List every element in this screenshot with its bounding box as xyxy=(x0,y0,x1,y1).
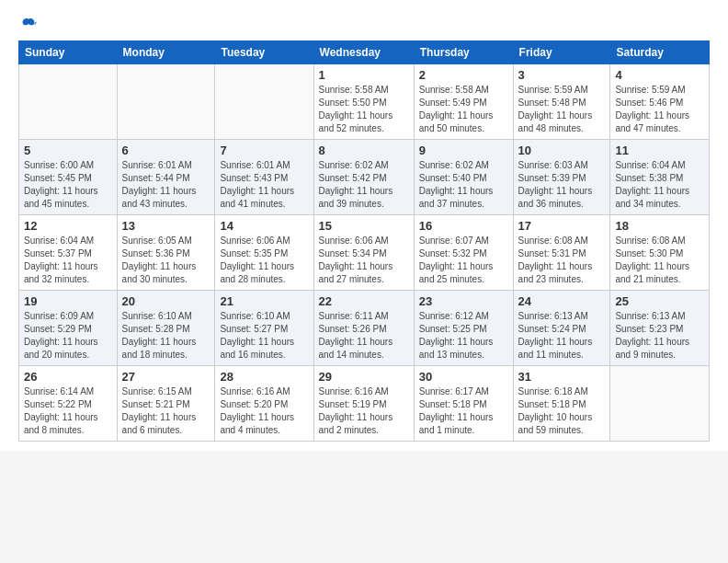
calendar-cell: 13Sunrise: 6:05 AM Sunset: 5:36 PM Dayli… xyxy=(117,215,215,291)
calendar-cell: 17Sunrise: 6:08 AM Sunset: 5:31 PM Dayli… xyxy=(513,215,610,291)
day-info: Sunrise: 6:15 AM Sunset: 5:21 PM Dayligh… xyxy=(122,385,210,437)
day-info: Sunrise: 6:14 AM Sunset: 5:22 PM Dayligh… xyxy=(24,385,112,437)
day-info: Sunrise: 6:13 AM Sunset: 5:24 PM Dayligh… xyxy=(518,310,606,362)
day-number: 26 xyxy=(24,370,112,384)
logo xyxy=(18,17,37,31)
day-number: 20 xyxy=(122,294,210,308)
calendar-cell: 1Sunrise: 5:58 AM Sunset: 5:50 PM Daylig… xyxy=(313,64,414,140)
day-info: Sunrise: 6:05 AM Sunset: 5:36 PM Dayligh… xyxy=(122,235,210,286)
day-info: Sunrise: 6:04 AM Sunset: 5:38 PM Dayligh… xyxy=(615,159,704,211)
calendar-cell xyxy=(19,64,118,140)
calendar-table: SundayMondayTuesdayWednesdayThursdayFrid… xyxy=(18,40,710,442)
calendar-cell: 31Sunrise: 6:18 AM Sunset: 5:18 PM Dayli… xyxy=(513,366,610,442)
calendar-cell: 22Sunrise: 6:11 AM Sunset: 5:26 PM Dayli… xyxy=(313,291,414,366)
day-info: Sunrise: 6:16 AM Sunset: 5:20 PM Dayligh… xyxy=(220,385,308,437)
calendar-cell: 7Sunrise: 6:01 AM Sunset: 5:43 PM Daylig… xyxy=(215,140,313,215)
day-number: 15 xyxy=(319,219,409,233)
calendar-cell: 4Sunrise: 5:59 AM Sunset: 5:46 PM Daylig… xyxy=(610,64,710,140)
day-info: Sunrise: 6:07 AM Sunset: 5:32 PM Dayligh… xyxy=(419,235,508,286)
day-number: 5 xyxy=(24,144,112,157)
calendar-cell: 26Sunrise: 6:14 AM Sunset: 5:22 PM Dayli… xyxy=(19,366,118,442)
day-number: 2 xyxy=(419,68,508,82)
day-number: 28 xyxy=(220,370,308,384)
day-number: 13 xyxy=(122,219,210,233)
calendar-cell: 30Sunrise: 6:17 AM Sunset: 5:18 PM Dayli… xyxy=(414,366,513,442)
calendar-cell: 14Sunrise: 6:06 AM Sunset: 5:35 PM Dayli… xyxy=(215,215,313,291)
weekday-header-sunday: Sunday xyxy=(19,41,118,64)
calendar-cell: 2Sunrise: 5:58 AM Sunset: 5:49 PM Daylig… xyxy=(414,64,513,140)
calendar-week-row: 26Sunrise: 6:14 AM Sunset: 5:22 PM Dayli… xyxy=(19,366,710,442)
day-number: 18 xyxy=(615,219,704,233)
calendar-cell: 20Sunrise: 6:10 AM Sunset: 5:28 PM Dayli… xyxy=(117,291,215,366)
day-info: Sunrise: 6:02 AM Sunset: 5:40 PM Dayligh… xyxy=(419,159,508,211)
day-number: 16 xyxy=(419,219,508,233)
day-info: Sunrise: 5:59 AM Sunset: 5:48 PM Dayligh… xyxy=(518,84,606,135)
day-info: Sunrise: 6:01 AM Sunset: 5:44 PM Dayligh… xyxy=(122,159,210,211)
calendar-cell: 6Sunrise: 6:01 AM Sunset: 5:44 PM Daylig… xyxy=(117,140,215,215)
calendar-cell: 15Sunrise: 6:06 AM Sunset: 5:34 PM Dayli… xyxy=(313,215,414,291)
day-info: Sunrise: 6:06 AM Sunset: 5:35 PM Dayligh… xyxy=(220,235,308,286)
day-number: 17 xyxy=(518,219,606,233)
day-number: 31 xyxy=(518,370,606,384)
day-number: 24 xyxy=(518,294,606,308)
page: SundayMondayTuesdayWednesdayThursdayFrid… xyxy=(0,0,728,451)
day-number: 27 xyxy=(122,370,210,384)
calendar-cell: 19Sunrise: 6:09 AM Sunset: 5:29 PM Dayli… xyxy=(19,291,118,366)
day-info: Sunrise: 6:03 AM Sunset: 5:39 PM Dayligh… xyxy=(518,159,606,211)
calendar-cell: 27Sunrise: 6:15 AM Sunset: 5:21 PM Dayli… xyxy=(117,366,215,442)
day-info: Sunrise: 5:58 AM Sunset: 5:50 PM Dayligh… xyxy=(319,84,409,135)
day-info: Sunrise: 6:18 AM Sunset: 5:18 PM Dayligh… xyxy=(518,385,606,437)
calendar-cell: 21Sunrise: 6:10 AM Sunset: 5:27 PM Dayli… xyxy=(215,291,313,366)
day-info: Sunrise: 5:58 AM Sunset: 5:49 PM Dayligh… xyxy=(419,84,508,135)
day-number: 6 xyxy=(122,144,210,157)
day-number: 14 xyxy=(220,219,308,233)
calendar-week-row: 5Sunrise: 6:00 AM Sunset: 5:45 PM Daylig… xyxy=(19,140,710,215)
calendar-cell: 24Sunrise: 6:13 AM Sunset: 5:24 PM Dayli… xyxy=(513,291,610,366)
calendar-cell: 5Sunrise: 6:00 AM Sunset: 5:45 PM Daylig… xyxy=(19,140,118,215)
weekday-header-monday: Monday xyxy=(117,41,215,64)
day-number: 11 xyxy=(615,144,704,157)
day-info: Sunrise: 6:10 AM Sunset: 5:28 PM Dayligh… xyxy=(122,310,210,362)
calendar-cell: 28Sunrise: 6:16 AM Sunset: 5:20 PM Dayli… xyxy=(215,366,313,442)
logo-bird-icon xyxy=(20,17,37,33)
calendar-cell: 23Sunrise: 6:12 AM Sunset: 5:25 PM Dayli… xyxy=(414,291,513,366)
day-number: 21 xyxy=(220,294,308,308)
calendar-header-row: SundayMondayTuesdayWednesdayThursdayFrid… xyxy=(19,41,710,64)
calendar-cell: 29Sunrise: 6:16 AM Sunset: 5:19 PM Dayli… xyxy=(313,366,414,442)
calendar-week-row: 12Sunrise: 6:04 AM Sunset: 5:37 PM Dayli… xyxy=(19,215,710,291)
day-info: Sunrise: 6:11 AM Sunset: 5:26 PM Dayligh… xyxy=(319,310,409,362)
calendar-week-row: 19Sunrise: 6:09 AM Sunset: 5:29 PM Dayli… xyxy=(19,291,710,366)
day-info: Sunrise: 6:13 AM Sunset: 5:23 PM Dayligh… xyxy=(615,310,704,362)
day-number: 8 xyxy=(319,144,409,157)
day-info: Sunrise: 6:16 AM Sunset: 5:19 PM Dayligh… xyxy=(319,385,409,437)
day-number: 29 xyxy=(319,370,409,384)
day-info: Sunrise: 6:08 AM Sunset: 5:30 PM Dayligh… xyxy=(615,235,704,286)
calendar-cell xyxy=(610,366,710,442)
day-number: 22 xyxy=(319,294,409,308)
day-info: Sunrise: 5:59 AM Sunset: 5:46 PM Dayligh… xyxy=(615,84,704,135)
day-info: Sunrise: 6:09 AM Sunset: 5:29 PM Dayligh… xyxy=(24,310,112,362)
day-number: 25 xyxy=(615,294,704,308)
day-info: Sunrise: 6:12 AM Sunset: 5:25 PM Dayligh… xyxy=(419,310,508,362)
day-number: 7 xyxy=(220,144,308,157)
calendar-cell: 8Sunrise: 6:02 AM Sunset: 5:42 PM Daylig… xyxy=(313,140,414,215)
day-info: Sunrise: 6:04 AM Sunset: 5:37 PM Dayligh… xyxy=(24,235,112,286)
calendar-cell xyxy=(117,64,215,140)
calendar-cell: 3Sunrise: 5:59 AM Sunset: 5:48 PM Daylig… xyxy=(513,64,610,140)
day-info: Sunrise: 6:00 AM Sunset: 5:45 PM Dayligh… xyxy=(24,159,112,211)
day-number: 10 xyxy=(518,144,606,157)
calendar-cell: 12Sunrise: 6:04 AM Sunset: 5:37 PM Dayli… xyxy=(19,215,118,291)
day-info: Sunrise: 6:06 AM Sunset: 5:34 PM Dayligh… xyxy=(319,235,409,286)
day-number: 4 xyxy=(615,68,704,82)
day-info: Sunrise: 6:01 AM Sunset: 5:43 PM Dayligh… xyxy=(220,159,308,211)
weekday-header-thursday: Thursday xyxy=(414,41,513,64)
day-info: Sunrise: 6:08 AM Sunset: 5:31 PM Dayligh… xyxy=(518,235,606,286)
calendar-cell: 10Sunrise: 6:03 AM Sunset: 5:39 PM Dayli… xyxy=(513,140,610,215)
day-number: 9 xyxy=(419,144,508,157)
calendar-cell: 9Sunrise: 6:02 AM Sunset: 5:40 PM Daylig… xyxy=(414,140,513,215)
weekday-header-tuesday: Tuesday xyxy=(215,41,313,64)
calendar-cell: 11Sunrise: 6:04 AM Sunset: 5:38 PM Dayli… xyxy=(610,140,710,215)
day-info: Sunrise: 6:10 AM Sunset: 5:27 PM Dayligh… xyxy=(220,310,308,362)
calendar-cell: 18Sunrise: 6:08 AM Sunset: 5:30 PM Dayli… xyxy=(610,215,710,291)
day-number: 3 xyxy=(518,68,606,82)
